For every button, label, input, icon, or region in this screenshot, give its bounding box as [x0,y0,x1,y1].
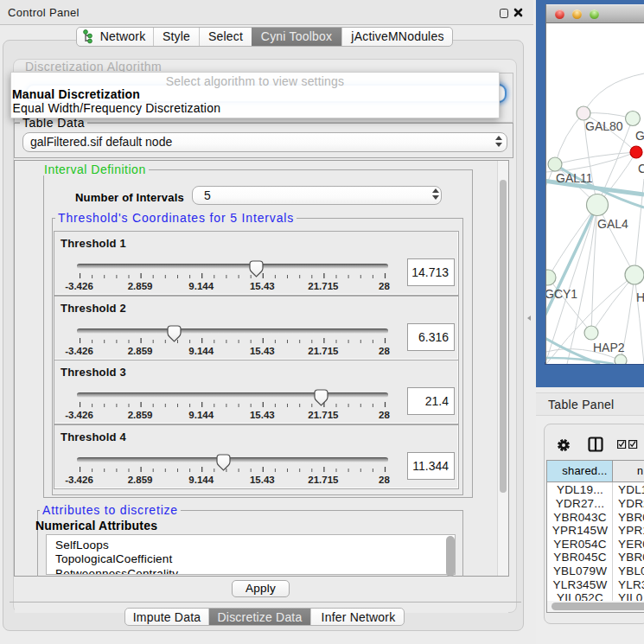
svg-text:GAL80: GAL80 [585,119,623,133]
svg-text:HAP2: HAP2 [593,341,625,354]
svg-text:C: C [638,162,644,175]
svg-text:GAL4: GAL4 [597,217,628,231]
svg-text:GAL11: GAL11 [556,171,593,185]
svg-text:GCY1: GCY1 [546,287,577,301]
svg-text:GA: GA [635,129,644,143]
svg-text:H: H [636,290,644,304]
